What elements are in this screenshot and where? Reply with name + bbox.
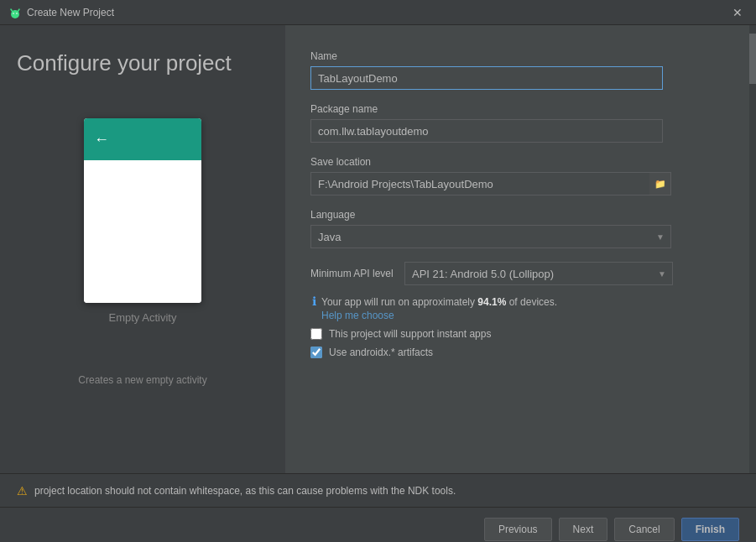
warning-banner: ⚠ project location should not contain wh… bbox=[0, 473, 756, 507]
name-input[interactable] bbox=[310, 66, 663, 90]
info-text: Your app will run on approximately 94.1%… bbox=[321, 296, 557, 308]
api-select-wrapper: API 21: Android 5.0 (Lollipop) API 22: A… bbox=[404, 262, 673, 285]
phone-mockup: ← bbox=[84, 118, 201, 303]
back-arrow-icon: ← bbox=[94, 131, 109, 149]
warning-text: project location should not contain whit… bbox=[34, 485, 456, 497]
phone-mockup-wrapper: ← Empty Activity Creates a new empty act… bbox=[17, 118, 269, 386]
save-location-label: Save location bbox=[310, 156, 722, 168]
name-group: Name bbox=[310, 50, 722, 90]
android-icon bbox=[8, 6, 22, 19]
previous-button[interactable]: Previous bbox=[484, 518, 552, 541]
info-icon: ℹ bbox=[312, 294, 316, 308]
left-panel: Configure your project ← Empty Activity … bbox=[0, 25, 285, 473]
finish-button[interactable]: Finish bbox=[681, 518, 739, 541]
name-label: Name bbox=[310, 50, 722, 62]
phone-content bbox=[84, 160, 201, 303]
cancel-button[interactable]: Cancel bbox=[614, 518, 674, 541]
scrollbar[interactable] bbox=[749, 25, 756, 473]
info-text-container: Your app will run on approximately 94.1%… bbox=[321, 294, 557, 321]
titlebar-title: Create New Project bbox=[27, 7, 114, 18]
package-label: Package name bbox=[310, 103, 722, 115]
svg-line-2 bbox=[11, 9, 13, 12]
scrollbar-thumb[interactable] bbox=[749, 34, 756, 84]
svg-rect-1 bbox=[12, 12, 18, 17]
api-row: Minimum API level API 21: Android 5.0 (L… bbox=[310, 262, 722, 285]
warning-icon: ⚠ bbox=[17, 484, 28, 498]
phone-top-bar: ← bbox=[84, 118, 201, 160]
language-select[interactable]: Java Kotlin bbox=[310, 225, 671, 248]
next-button[interactable]: Next bbox=[559, 518, 608, 541]
folder-icon: 📁 bbox=[654, 179, 666, 190]
svg-point-4 bbox=[13, 13, 14, 14]
package-group: Package name bbox=[310, 103, 722, 143]
instant-apps-checkbox[interactable] bbox=[310, 328, 322, 340]
svg-point-5 bbox=[16, 13, 18, 14]
titlebar-left: Create New Project bbox=[8, 6, 114, 19]
androidx-row: Use androidx.* artifacts bbox=[310, 347, 722, 358]
folder-button[interactable]: 📁 bbox=[649, 172, 671, 195]
save-location-input-group: 📁 bbox=[310, 172, 671, 195]
right-panel: Name Package name Save location 📁 bbox=[285, 25, 756, 473]
activity-label: Empty Activity bbox=[109, 311, 177, 324]
save-location-group: Save location 📁 bbox=[310, 156, 722, 195]
api-label: Minimum API level bbox=[310, 268, 394, 279]
description-label: Creates a new empty activity bbox=[70, 374, 215, 386]
instant-apps-label: This project will support instant apps bbox=[329, 328, 491, 340]
instant-apps-row: This project will support instant apps bbox=[310, 328, 722, 340]
info-row: ℹ Your app will run on approximately 94.… bbox=[310, 294, 722, 321]
androidx-label: Use androidx.* artifacts bbox=[329, 347, 433, 358]
help-link[interactable]: Help me choose bbox=[321, 310, 557, 321]
svg-line-3 bbox=[18, 9, 19, 12]
close-button[interactable]: ✕ bbox=[727, 4, 748, 21]
page-title: Configure your project bbox=[17, 50, 232, 76]
androidx-checkbox[interactable] bbox=[310, 347, 322, 358]
footer: Previous Next Cancel Finish bbox=[0, 507, 756, 542]
package-input[interactable] bbox=[310, 119, 663, 143]
language-group: Language Java Kotlin ▼ bbox=[310, 209, 722, 248]
titlebar: Create New Project ✕ bbox=[0, 0, 756, 25]
save-location-input[interactable] bbox=[310, 172, 649, 195]
language-select-wrapper: Java Kotlin ▼ bbox=[310, 225, 671, 248]
api-select[interactable]: API 21: Android 5.0 (Lollipop) API 22: A… bbox=[404, 262, 673, 285]
language-label: Language bbox=[310, 209, 722, 221]
